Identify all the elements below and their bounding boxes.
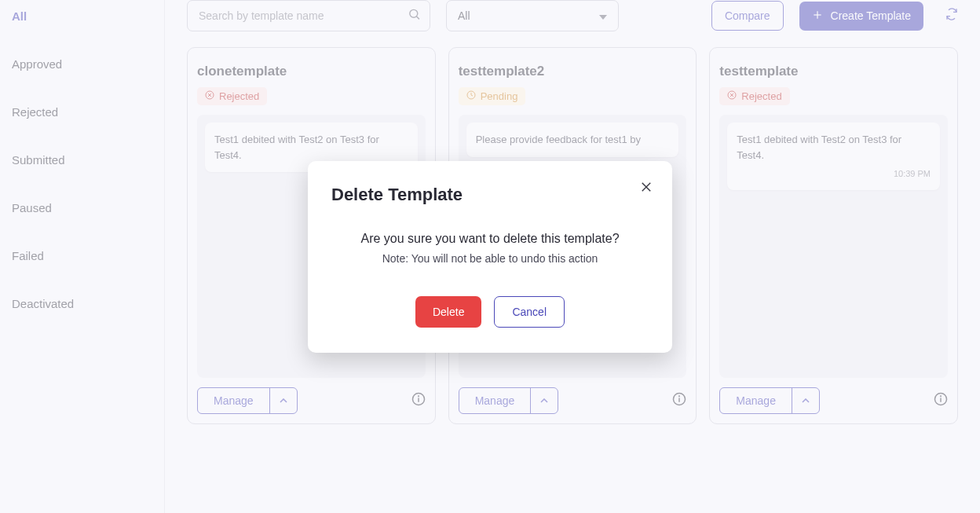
modal-note: Note: You will not be able to undo this … bbox=[331, 252, 649, 265]
cancel-button[interactable]: Cancel bbox=[494, 296, 565, 328]
modal-message: Are you sure you want to delete this tem… bbox=[331, 232, 649, 246]
delete-template-modal: Delete Template Are you sure you want to… bbox=[308, 161, 672, 353]
modal-overlay[interactable]: Delete Template Are you sure you want to… bbox=[0, 0, 980, 513]
modal-title: Delete Template bbox=[331, 185, 649, 205]
modal-actions: Delete Cancel bbox=[331, 296, 649, 328]
close-icon[interactable] bbox=[639, 180, 653, 197]
delete-button[interactable]: Delete bbox=[415, 296, 481, 328]
